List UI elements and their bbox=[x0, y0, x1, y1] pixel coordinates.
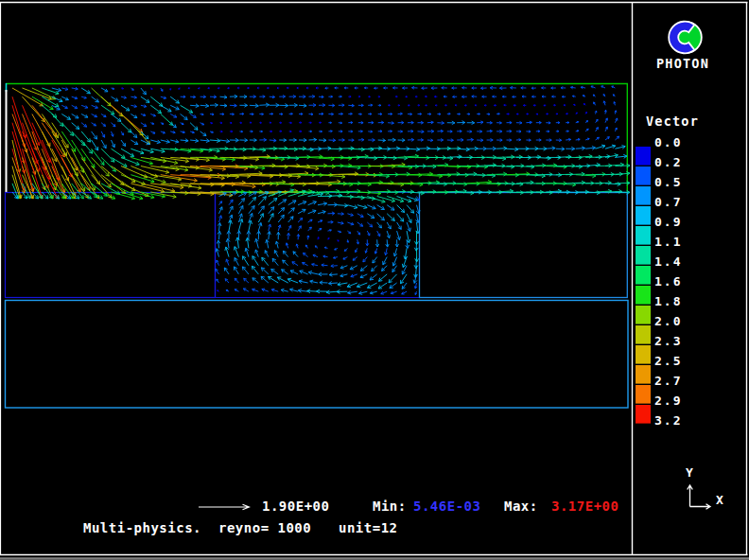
legend-labels: 0.00.20.50.70.91.11.41.61.82.02.32.52.72… bbox=[654, 135, 682, 428]
vector-arrow bbox=[72, 105, 78, 108]
vector-arrow bbox=[225, 279, 229, 283]
vector-arrow bbox=[278, 200, 286, 205]
vector-arrow bbox=[377, 231, 380, 236]
vector-arrow bbox=[101, 131, 105, 137]
vector-arrow bbox=[181, 105, 193, 113]
vector-arrow bbox=[101, 140, 106, 149]
vector-arrow bbox=[270, 103, 279, 107]
vector-arrow bbox=[278, 208, 284, 214]
vector-arrow bbox=[101, 123, 105, 127]
vector-arrow bbox=[387, 231, 390, 238]
vector-arrow bbox=[286, 243, 288, 249]
annotation-bar: 1.90E+00 Min: 5.46E-03 Max: 3.17E+00 Mul… bbox=[83, 499, 618, 535]
vector-arrow bbox=[378, 113, 382, 114]
vector-arrow bbox=[257, 231, 261, 239]
vector-arrow bbox=[357, 239, 358, 244]
vector-arrow bbox=[243, 256, 249, 266]
vector-arrow bbox=[200, 114, 204, 115]
vector-arrow bbox=[252, 266, 258, 274]
vector-arrow bbox=[121, 157, 139, 165]
vector-arrow bbox=[72, 114, 78, 118]
vector-arrow bbox=[457, 121, 465, 125]
vector-arrow bbox=[268, 232, 271, 240]
vector-arrow bbox=[444, 96, 447, 97]
vector-arrow bbox=[566, 131, 568, 132]
vector-arrow bbox=[455, 105, 457, 107]
vector-arrow bbox=[255, 238, 259, 248]
vector-arrow bbox=[437, 130, 443, 132]
vector-arrow bbox=[299, 104, 306, 108]
vector-arrow bbox=[339, 122, 342, 124]
vector-arrow bbox=[32, 131, 46, 170]
vector-arrow bbox=[368, 121, 374, 124]
vector-arrow bbox=[384, 87, 389, 89]
vector-arrow bbox=[235, 289, 238, 291]
vector-arrow bbox=[318, 237, 320, 240]
vector-arrow bbox=[348, 139, 354, 142]
vector-arrow bbox=[200, 123, 204, 125]
vector-arrow bbox=[393, 87, 398, 90]
vector-arrow bbox=[309, 96, 315, 98]
legend-tick-label: 2.0 bbox=[654, 314, 682, 328]
legend-swatch bbox=[636, 266, 651, 285]
legend-tick-label: 0.5 bbox=[654, 175, 682, 189]
vector-arrow bbox=[398, 131, 403, 133]
vector-arrow bbox=[258, 214, 263, 222]
vector-arrow bbox=[367, 222, 372, 227]
vector-arrow bbox=[604, 110, 606, 114]
vector-arrow bbox=[230, 114, 235, 115]
vector-arrow bbox=[210, 103, 218, 107]
vector-arrow bbox=[289, 96, 296, 98]
vector-arrow bbox=[507, 114, 510, 115]
legend-swatch bbox=[636, 186, 651, 205]
vector-arrow bbox=[447, 131, 452, 133]
vector-arrow bbox=[312, 263, 318, 266]
vector-arrow bbox=[92, 105, 98, 108]
vector-arrow bbox=[92, 96, 99, 102]
vector-arrow bbox=[32, 114, 50, 147]
vector-arrow bbox=[269, 214, 273, 222]
vector-arrow bbox=[542, 87, 547, 90]
vector-arrow bbox=[487, 121, 493, 124]
vector-arrow bbox=[289, 103, 298, 107]
vector-arrow bbox=[360, 266, 367, 271]
axis-arrows bbox=[688, 485, 710, 509]
vector-arrow bbox=[338, 213, 344, 216]
vector-arrow bbox=[418, 121, 424, 124]
vector-arrow bbox=[121, 96, 127, 99]
vector-arrow bbox=[477, 139, 483, 142]
vector-arrow bbox=[348, 121, 353, 123]
vector-arrow bbox=[415, 291, 417, 294]
legend-tick-label: 0.9 bbox=[654, 215, 682, 229]
vector-arrow bbox=[181, 131, 185, 132]
vector-arrow bbox=[467, 114, 470, 115]
vector-arrow bbox=[615, 118, 618, 123]
vector-arrow bbox=[572, 96, 575, 97]
vector-arrow bbox=[259, 96, 265, 98]
vector-arrow bbox=[250, 96, 256, 98]
vector-arrow bbox=[387, 214, 394, 221]
footer-case-name: Multi-physics. bbox=[83, 520, 201, 535]
vector-arrow bbox=[556, 114, 558, 115]
vector-arrow bbox=[131, 105, 136, 108]
vector-arrow bbox=[391, 291, 396, 294]
vector-arrow bbox=[348, 96, 351, 97]
vector-arrow bbox=[387, 205, 394, 210]
vector-arrow bbox=[81, 88, 90, 94]
min-value: 5.46E-03 bbox=[413, 499, 480, 514]
vector-arrow bbox=[309, 114, 314, 115]
vector-arrow bbox=[243, 289, 249, 291]
vector-arrow bbox=[309, 131, 312, 132]
vector-arrow bbox=[250, 114, 253, 115]
vector-arrow bbox=[484, 105, 486, 107]
vector-arrow bbox=[585, 121, 588, 123]
vector-arrow bbox=[325, 87, 329, 89]
vector-arrow bbox=[615, 172, 630, 176]
vector-arrow bbox=[216, 249, 219, 257]
vector-arrow bbox=[131, 88, 133, 90]
vector-arrow bbox=[298, 226, 301, 231]
vector-arrow bbox=[170, 131, 175, 133]
vector-arrow bbox=[208, 87, 210, 89]
vector-arrow bbox=[603, 95, 605, 97]
vector-arrow bbox=[309, 122, 312, 124]
